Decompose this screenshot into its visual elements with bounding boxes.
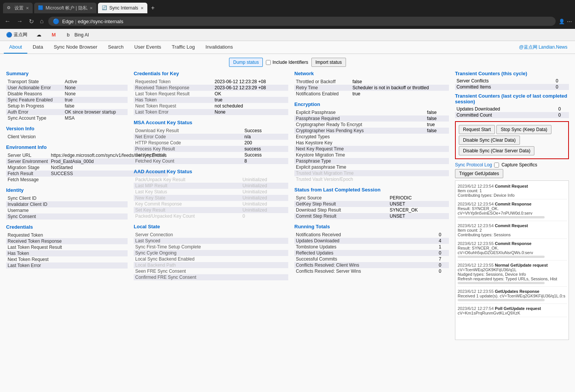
kv-key: Passphrase Required [294, 115, 425, 122]
refresh-button[interactable]: ↻ [27, 16, 35, 27]
table-row: Throttled or Backofffalse [294, 79, 449, 85]
kv-key: Fetch Result [6, 171, 49, 177]
log-detail: Result: SYNCER_OK. cV=O6uhh5quDZGE5XIuNs… [458, 246, 566, 255]
tab-microsoft[interactable]: 🟦 Microsoft 帐户 | 隐私 ✕ [34, 3, 96, 13]
include-identifiers-checkbox[interactable] [266, 60, 271, 65]
kv-value: Success [243, 152, 288, 158]
table-row: Requested Token [6, 232, 128, 238]
summary-table: Transport StateActiveUser Actionable Err… [6, 79, 128, 121]
kv-key: Set Key Result [134, 207, 241, 213]
tab-settings-close[interactable]: ✕ [26, 6, 29, 10]
kv-value: Uninitialized [241, 189, 288, 195]
sync-protocol-log-link[interactable]: Sync Protocol Log [455, 162, 492, 168]
kv-value: success [243, 146, 288, 152]
kv-key: Username [6, 207, 120, 213]
kv-value: 0 [437, 232, 449, 238]
log-section: Sync Protocol Log Capture Specifics Trig… [455, 162, 569, 340]
bookmark-landian[interactable]: 🔵 蓝点网 [4, 31, 30, 39]
new-tab-button[interactable]: + [149, 5, 157, 11]
kv-key: Last Token Error [134, 109, 213, 115]
scroll-indicator [458, 299, 545, 301]
column-1: Summary Transport StateActiveUser Action… [6, 71, 128, 340]
kv-value: PERIODIC [388, 195, 449, 201]
table-row: Sync Feature Enabledtrue [6, 97, 128, 103]
import-status-button[interactable]: Import status [311, 58, 346, 67]
log-detail: Received 1 update(s). cV=TcenWEq2GK9KFij… [458, 294, 566, 298]
cred-key-table: Requested Token2023-06-12 12:23:28 +08Re… [134, 79, 288, 115]
log-time: 2023/6/12 12:23:55 [458, 289, 494, 294]
kv-key: Explicit Passphrase [294, 109, 425, 115]
table-row: Reflected Updates0 [294, 250, 449, 256]
include-identifiers-label: Include Identifiers [266, 60, 308, 65]
cred-key-title: Credentials for Key [134, 71, 288, 76]
forward-button[interactable]: → [15, 16, 24, 26]
kv-value [282, 238, 288, 244]
table-row: Last Token Error [6, 262, 128, 269]
log-entry: 2023/6/12 12:23:54 Commit ResponseResult… [457, 200, 567, 221]
local-state-table: Server ConnectionLast SyncedSync First-T… [134, 232, 288, 280]
log-box[interactable]: 2023/6/12 12:23:54 Commit RequestItem co… [455, 180, 569, 340]
tab-user-events[interactable]: User Events [129, 41, 167, 54]
address-bar[interactable]: 🔵 Edge | edge://sync-internals [48, 17, 556, 26]
bookmark-cloud[interactable]: ☁ [34, 31, 45, 39]
table-row: Next Key Request Time [294, 146, 449, 152]
table-row: Fetched Key Count8 [134, 158, 288, 164]
tab-data[interactable]: Data [27, 41, 48, 54]
kv-key: Committed Items [455, 84, 554, 90]
tab-settings[interactable]: ⚙ 设置 ✕ [3, 3, 33, 13]
kv-value: Uninitialized [241, 201, 288, 207]
stop-sync-keep-button[interactable]: Stop Sync (Keep Data) [496, 125, 551, 134]
tab-sync-node-browser[interactable]: Sync Node Browser [48, 41, 103, 54]
tab-about[interactable]: About [4, 41, 27, 54]
table-row: Download Key ResultSuccess [134, 128, 288, 134]
table-row: Server Conflicts0 [455, 78, 569, 84]
table-row: Explicit passphrase Time [294, 164, 449, 170]
log-time: 2023/6/12 12:23:55 [458, 263, 494, 267]
kv-value [442, 158, 449, 164]
kv-value: 0 [437, 262, 449, 268]
kv-value [425, 134, 449, 140]
kv-value [120, 213, 128, 220]
bing-icon: b [67, 32, 73, 38]
table-row: Has Token [6, 250, 128, 256]
table-row: Sync Cycle Ongoing [134, 250, 288, 256]
tab-microsoft-close[interactable]: ✕ [90, 6, 93, 10]
back-button[interactable]: ← [3, 16, 12, 26]
kv-value [122, 232, 128, 238]
table-row: New Key StateUninitialized [134, 195, 288, 201]
kv-key: Packed/Unpacked Key Count [134, 213, 241, 219]
bookmark-bing[interactable]: b Bing AI [65, 31, 91, 39]
capture-specifics-checkbox[interactable] [494, 163, 499, 168]
trigger-get-updates-button[interactable]: Trigger GetUpdates [455, 169, 503, 178]
disable-sync-server-button[interactable]: Disable Sync (Clear Server Data) [459, 146, 534, 155]
request-start-button[interactable]: Request Start [459, 125, 495, 134]
disable-sync-clear-button[interactable]: Disable Sync (Clear Data) [459, 136, 520, 145]
table-row: User Actionable ErrorNone [6, 85, 128, 91]
kv-value [442, 146, 449, 152]
tab-search[interactable]: Search [103, 41, 129, 54]
kv-key: Next Token Request [134, 103, 213, 109]
kv-value: None [63, 91, 128, 97]
table-row: Explicit Passphrasefalse [294, 109, 449, 115]
kv-key: Keystore Migration Time [294, 152, 442, 158]
home-button[interactable]: ⌂ [38, 16, 45, 26]
bookmark-gmail[interactable]: M [49, 31, 60, 39]
log-entry: 2023/6/12 12:23:55 GetUpdates ResponseRe… [457, 288, 567, 304]
tab-traffic-log[interactable]: Traffic Log [166, 41, 200, 54]
tab-invalidations[interactable]: Invalidations [200, 41, 238, 54]
kv-key: Local Backend Path [134, 262, 282, 268]
kv-key: Fetched Key Count [134, 158, 243, 164]
extensions-area: 👤 ⋯ [559, 19, 572, 24]
profile-icon: 👤 [559, 19, 565, 24]
tab-sync[interactable]: 🔄 Sync Internals ✕ [98, 3, 147, 13]
dump-status-button[interactable]: Dump status [229, 58, 263, 67]
tab-sync-close[interactable]: ✕ [141, 6, 144, 10]
table-row: Set Key ResultSuccess [134, 152, 288, 158]
include-identifiers-text: Include Identifiers [272, 60, 308, 65]
tab-settings-label: 设置 [14, 5, 24, 11]
sync-row-3: Disable Sync (Clear Server Data) [459, 146, 565, 155]
kv-key: Reflected Updates [294, 250, 437, 256]
table-row: Conflicts Resolved: Server Wins0 [294, 268, 449, 274]
table-row: Has Keystore Key [294, 140, 449, 146]
kv-value: 0 [437, 268, 449, 274]
